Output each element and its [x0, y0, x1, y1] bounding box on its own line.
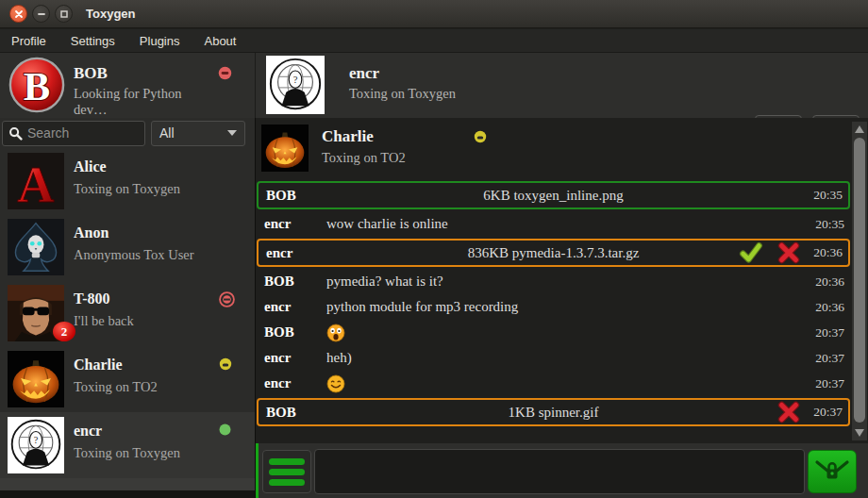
charlie-avatar: [8, 351, 64, 407]
header-divider: [255, 53, 256, 118]
message-sender: encr: [264, 375, 326, 391]
encrypted-send-icon: [813, 456, 851, 487]
contact-row-t800[interactable]: T-800 I'll be back 2: [0, 280, 255, 346]
cancel-transfer-button[interactable]: [777, 401, 800, 423]
alice-avatar: A: [8, 153, 64, 209]
message-row: encr wow charlie is online 20:35: [257, 211, 850, 237]
message-time: 20:35: [813, 188, 843, 203]
message-sender: encr: [264, 299, 326, 315]
file-transfer-label: 1KB spinner.gif: [259, 405, 848, 421]
message-sender: BOB: [266, 188, 328, 204]
menubar: Profile Settings Plugins About: [0, 29, 868, 53]
hamburger-icon: [269, 479, 305, 486]
message-sender: encr: [264, 216, 326, 232]
search-row: All: [0, 118, 255, 148]
banner-status-message: Toxing on TO2: [322, 150, 487, 166]
contact-status-message: Anonymous Tox User: [74, 247, 194, 263]
charlie-avatar: [261, 124, 309, 172]
menu-plugins[interactable]: Plugins: [140, 34, 180, 48]
contact-row-anon[interactable]: Anon Anonymous Tox User: [0, 214, 255, 280]
svg-text:?: ?: [293, 75, 298, 85]
message-text: heh): [326, 350, 815, 366]
file-transfer-row: BOB 1KB spinner.gif 20:37: [257, 398, 850, 426]
minimize-icon: [37, 9, 46, 19]
scrollbar-thumb[interactable]: [854, 138, 865, 423]
sidebar-footer-strip: [0, 478, 255, 490]
contact-row-charlie[interactable]: Charlie Toxing on TO2: [0, 346, 255, 412]
contact-row-alice[interactable]: A Alice Toxing on Toxygen: [0, 148, 255, 214]
message-text: python module for mp3 recording: [326, 299, 815, 315]
encr-avatar: ?: [8, 417, 64, 473]
message-sender: encr: [266, 245, 328, 261]
sidebar: All A Alice Toxing on Toxygen: [0, 118, 255, 498]
contact-status-message: Toxing on TO2: [74, 379, 158, 395]
message-sender: encr: [264, 350, 326, 366]
chat-menu-button[interactable]: [262, 450, 311, 493]
contact-list: A Alice Toxing on Toxygen Anon Anonymous…: [0, 148, 255, 478]
close-button[interactable]: [9, 5, 27, 23]
message-text: [326, 374, 815, 393]
search-input[interactable]: [27, 125, 136, 141]
svg-text:B: B: [24, 64, 50, 108]
message-sender: BOB: [264, 324, 326, 340]
maximize-button[interactable]: [55, 5, 73, 23]
scroll-up-arrow-icon[interactable]: [855, 125, 864, 133]
hamburger-icon: [269, 469, 305, 475]
message-time: 20:36: [815, 300, 844, 315]
message-text: pymedia? what is it?: [326, 274, 815, 290]
contact-status-message: I'll be back: [74, 313, 134, 329]
send-button[interactable]: [808, 450, 857, 493]
smiling-emoji-icon: [326, 374, 345, 393]
self-avatar[interactable]: B: [8, 56, 66, 114]
message-text: wow charlie is online: [326, 216, 815, 232]
svg-text:?: ?: [34, 435, 39, 445]
message-input[interactable]: [314, 449, 805, 494]
menu-about[interactable]: About: [204, 34, 236, 48]
contact-name: Charlie: [74, 357, 123, 374]
contact-status-message: Toxing on Toxygen: [74, 181, 180, 197]
message-list: BOB 6KB toxygen_inline.png 20:35 encr wo…: [257, 179, 850, 428]
chat-contact-banner: Charlie Toxing on TO2: [261, 124, 487, 172]
message-sender: BOB: [266, 405, 328, 421]
chat-scrollbar[interactable]: [852, 122, 867, 440]
accept-transfer-button[interactable]: [738, 241, 764, 264]
close-icon: [14, 9, 24, 19]
titlebar: Toxygen: [0, 0, 868, 28]
contact-filter-dropdown[interactable]: All: [151, 121, 245, 146]
peer-name: encr: [349, 64, 594, 83]
file-transfer-row: encr 836KB pymedia-1.3.7.3.tar.gz 20:36: [257, 239, 850, 267]
search-box[interactable]: [2, 121, 145, 146]
menu-settings[interactable]: Settings: [71, 34, 115, 48]
busy-status-icon: [218, 66, 232, 80]
sidebar-footer-gap: [0, 490, 255, 498]
scroll-down-arrow-icon[interactable]: [855, 429, 864, 437]
message-time: 20:37: [815, 376, 844, 391]
splitter-handle[interactable]: [256, 443, 259, 498]
message-row: encr 20:37: [257, 371, 850, 396]
away-status-icon: [474, 130, 487, 143]
search-icon: [8, 126, 23, 141]
file-transfer-row: BOB 6KB toxygen_inline.png 20:35: [257, 181, 850, 209]
message-row: BOB pymedia? what is it? 20:36: [257, 269, 850, 294]
anon-avatar: [8, 219, 64, 275]
message-time: 20:36: [813, 245, 843, 260]
cancel-transfer-button[interactable]: [777, 241, 800, 264]
message-time: 20:35: [815, 217, 844, 232]
header: B BOB Looking for Python dev… ? encr Tox…: [0, 53, 868, 118]
busy-status-icon: [219, 291, 235, 307]
contact-name: Alice: [74, 158, 107, 175]
contact-name: T-800: [74, 290, 110, 307]
contact-status-message: Toxing on Toxygen: [74, 445, 180, 461]
svg-text:A: A: [17, 157, 54, 209]
minimize-button[interactable]: [32, 5, 50, 23]
toxygen-window: Toxygen Profile Settings Plugins About B…: [0, 0, 868, 498]
message-text: [326, 324, 815, 342]
peer-avatar[interactable]: ?: [266, 56, 325, 114]
contact-row-encr[interactable]: ? encr Toxing on Toxygen: [0, 412, 255, 478]
hamburger-icon: [269, 458, 305, 465]
message-sender: BOB: [264, 274, 326, 290]
menu-profile[interactable]: Profile: [11, 34, 46, 48]
contact-name: encr: [74, 423, 102, 440]
self-name: BOB: [74, 64, 215, 83]
message-time: 20:37: [813, 405, 843, 420]
